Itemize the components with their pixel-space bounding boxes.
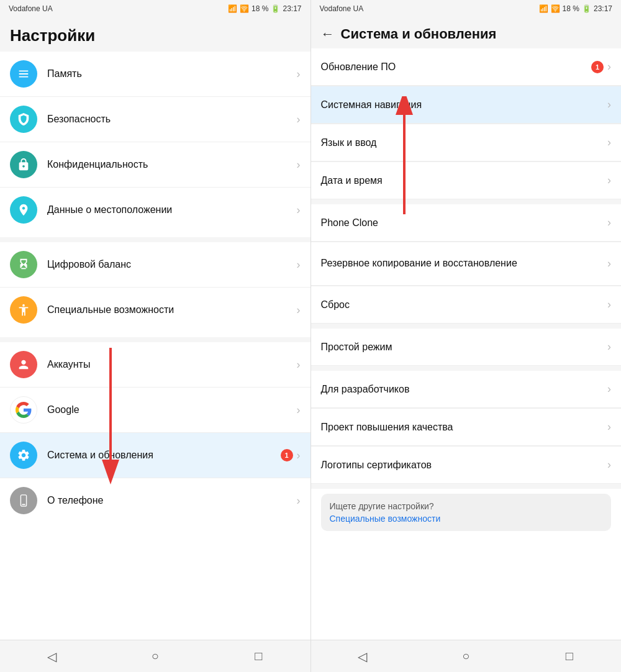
dev-label: Для разработчиков xyxy=(321,373,608,406)
digital-right: › xyxy=(297,258,301,271)
privacy-right: › xyxy=(297,158,301,171)
backup-chevron: › xyxy=(607,257,611,270)
memory-text: Память xyxy=(47,68,297,79)
home-nav-right[interactable]: ○ xyxy=(453,644,478,669)
accounts-icon xyxy=(10,351,37,378)
settings-item-accessibility[interactable]: Специальные возможности › xyxy=(0,288,310,332)
recent-nav-left[interactable]: □ xyxy=(246,644,271,669)
quality-chevron: › xyxy=(607,420,611,434)
phoneclone-right: › xyxy=(607,216,611,229)
carrier-left: Vodafone UA xyxy=(9,4,53,13)
system-label: Система и обновления xyxy=(47,450,153,460)
quality-right: › xyxy=(607,420,611,434)
datetime-chevron: › xyxy=(607,174,611,187)
security-right: › xyxy=(297,113,301,126)
language-label: Язык и ввод xyxy=(321,126,608,160)
settings-item-privacy[interactable]: Конфиденциальность › xyxy=(0,142,310,188)
status-right-right: 📶 🛜 18 % 🔋 23:17 xyxy=(539,4,612,13)
settings-list-left: Память › Безопасность › xyxy=(0,52,310,640)
google-right: › xyxy=(297,404,301,417)
memory-right: › xyxy=(297,68,301,81)
nav-chevron: › xyxy=(607,98,611,111)
search-box-link[interactable]: Специальные возможности xyxy=(330,514,603,524)
about-label: О телефоне xyxy=(47,495,103,506)
divider-2 xyxy=(0,337,310,342)
dev-chevron: › xyxy=(607,383,611,396)
battery-icon-right: 🔋 xyxy=(582,4,591,13)
dev-right: › xyxy=(607,383,611,396)
settings-item-datetime[interactable]: Дата и время › xyxy=(311,162,622,199)
accessibility-chevron: › xyxy=(297,304,301,317)
home-nav-left[interactable]: ○ xyxy=(143,644,168,669)
div-r7 xyxy=(311,324,622,329)
phoneclone-label: Phone Clone xyxy=(321,206,608,240)
settings-item-security[interactable]: Безопасность › xyxy=(0,97,310,142)
battery-icon-left: 🔋 xyxy=(271,4,280,13)
quality-label: Проект повышения качества xyxy=(321,411,608,444)
settings-item-quality[interactable]: Проект повышения качества › xyxy=(311,409,622,446)
privacy-icon xyxy=(10,151,37,178)
system-text: Система и обновления xyxy=(47,450,281,461)
status-right-left: 📶 🛜 18 % 🔋 23:17 xyxy=(228,4,301,13)
settings-item-accounts[interactable]: Аккаунты › xyxy=(0,342,310,388)
update-label: Обновление ПО xyxy=(321,50,592,84)
div-r4 xyxy=(311,199,622,204)
settings-item-phoneclone[interactable]: Phone Clone › xyxy=(311,204,622,242)
wifi-icon: 🛜 xyxy=(240,4,249,13)
location-right: › xyxy=(297,204,301,217)
privacy-chevron: › xyxy=(297,158,301,171)
settings-item-simple[interactable]: Простой режим › xyxy=(311,329,622,366)
nav-bar-left: ◁ ○ □ xyxy=(0,640,310,672)
reset-chevron: › xyxy=(607,298,611,311)
div-r8 xyxy=(311,366,622,371)
settings-item-nav[interactable]: Системная навигация › xyxy=(311,86,622,124)
div-r11 xyxy=(311,484,622,489)
search-suggestion-box: Ищете другие настройки? Специальные возм… xyxy=(321,494,612,531)
settings-item-about[interactable]: О телефоне › xyxy=(0,478,310,523)
update-badge: 1 xyxy=(591,61,604,73)
accounts-chevron: › xyxy=(297,358,301,371)
settings-item-language[interactable]: Язык и ввод › xyxy=(311,124,622,161)
certs-right: › xyxy=(607,458,611,471)
panel-title-right: Система и обновления xyxy=(341,26,497,42)
back-nav-right[interactable]: ◁ xyxy=(350,644,375,669)
security-icon xyxy=(10,106,37,133)
recent-nav-right[interactable]: □ xyxy=(557,644,582,669)
time-right: 23:17 xyxy=(594,4,612,13)
accounts-right: › xyxy=(297,358,301,371)
back-nav-left[interactable]: ◁ xyxy=(39,644,64,669)
accounts-label: Аккаунты xyxy=(47,359,90,370)
time-left: 23:17 xyxy=(283,4,301,13)
settings-item-dev[interactable]: Для разработчиков › xyxy=(311,371,622,408)
settings-item-reset[interactable]: Сброс › xyxy=(311,286,622,324)
accessibility-text: Специальные возможности xyxy=(47,304,297,316)
panel-header-right: ← Система и обновления xyxy=(311,17,622,48)
simple-chevron: › xyxy=(607,340,611,353)
privacy-text: Конфиденциальность xyxy=(47,159,297,170)
settings-item-update[interactable]: Обновление ПО 1 › xyxy=(311,48,622,86)
simple-label: Простой режим xyxy=(321,330,608,364)
settings-item-certs[interactable]: Логотипы сертификатов › xyxy=(311,447,622,484)
accessibility-right: › xyxy=(297,304,301,317)
settings-item-google[interactable]: Google › xyxy=(0,388,310,433)
settings-item-digital[interactable]: Цифровой баланс › xyxy=(0,242,310,288)
back-button-right[interactable]: ← xyxy=(321,26,335,42)
location-chevron: › xyxy=(297,204,301,217)
settings-item-system[interactable]: Система и обновления 1 › xyxy=(0,433,310,478)
signal-icon: 📶 xyxy=(228,4,237,13)
right-panel: Vodafone UA 📶 🛜 18 % 🔋 23:17 ← Система и… xyxy=(311,0,622,672)
status-bar-right: Vodafone UA 📶 🛜 18 % 🔋 23:17 xyxy=(311,0,622,17)
settings-item-backup[interactable]: Резервное копирование и восстановление › xyxy=(311,242,622,286)
security-chevron: › xyxy=(297,113,301,126)
update-chevron: › xyxy=(607,60,611,73)
system-icon xyxy=(10,442,37,469)
left-panel: Vodafone UA 📶 🛜 18 % 🔋 23:17 Настройки xyxy=(0,0,311,672)
phoneclone-chevron: › xyxy=(607,216,611,229)
about-text: О телефоне xyxy=(47,495,297,506)
settings-item-location[interactable]: Данные о местоположении › xyxy=(0,188,310,232)
page-title-left: Настройки xyxy=(0,17,310,52)
privacy-label: Конфиденциальность xyxy=(47,159,148,170)
carrier-right: Vodafone UA xyxy=(320,4,364,13)
divider-1 xyxy=(0,237,310,242)
settings-item-memory[interactable]: Память › xyxy=(0,52,310,97)
